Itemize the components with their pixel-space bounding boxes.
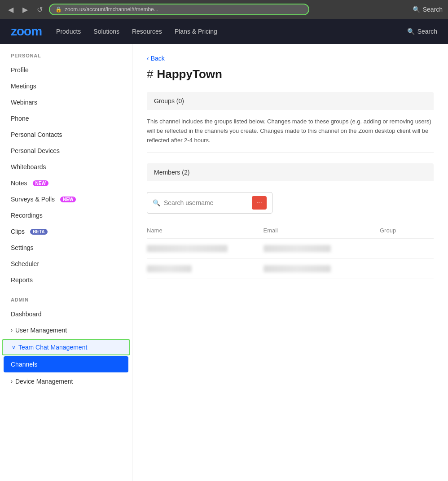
- sidebar-item-personal-contacts[interactable]: Personal Contacts: [0, 127, 132, 143]
- notes-new-badge: NEW: [33, 180, 48, 186]
- sidebar-item-notes[interactable]: Notes NEW: [0, 175, 132, 191]
- nav-products[interactable]: Products: [56, 28, 81, 35]
- nav-plans[interactable]: Plans & Pricing: [175, 28, 217, 35]
- sidebar-label-webinars: Webinars: [11, 99, 37, 106]
- col-group: Group: [380, 227, 434, 234]
- sidebar-item-scheduler[interactable]: Scheduler: [0, 256, 132, 272]
- add-member-button[interactable]: ···: [252, 196, 267, 210]
- members-section-header: Members (2): [147, 163, 434, 181]
- groups-section-header: Groups (0): [147, 92, 434, 110]
- clips-beta-badge: BETA: [30, 229, 47, 235]
- sidebar-item-dashboard[interactable]: Dashboard: [0, 306, 132, 322]
- browser-search[interactable]: 🔍 Search: [413, 6, 443, 13]
- member-name-blurred-1: [147, 245, 228, 252]
- search-bar: 🔍 ···: [147, 192, 272, 214]
- sidebar-item-channels[interactable]: Channels: [4, 356, 128, 372]
- nav-links: Products Solutions Resources Plans & Pri…: [56, 28, 217, 35]
- sidebar-item-whiteboards[interactable]: Whiteboards: [0, 159, 132, 175]
- sidebar-item-user-management[interactable]: › User Management: [0, 322, 132, 338]
- member-email-blurred-2: [264, 265, 331, 272]
- surveys-new-badge: NEW: [60, 197, 76, 202]
- app-layout: PERSONAL Profile Meetings Webinars Phone…: [0, 44, 448, 481]
- nav-resources[interactable]: Resources: [132, 28, 162, 35]
- nav-search-icon: 🔍: [407, 28, 415, 35]
- hash-symbol: #: [147, 67, 153, 81]
- sidebar-item-clips[interactable]: Clips BETA: [0, 223, 132, 240]
- chevron-right-icon: ›: [11, 327, 13, 333]
- sidebar-item-phone[interactable]: Phone: [0, 110, 132, 127]
- sidebar-label-notes: Notes: [11, 179, 27, 187]
- sidebar-label-settings: Settings: [11, 244, 34, 251]
- sidebar-label-phone: Phone: [11, 115, 29, 122]
- members-title: Members (2): [154, 169, 189, 176]
- table-header: Name Email Group: [147, 223, 434, 239]
- search-input[interactable]: [164, 199, 248, 206]
- sidebar-item-settings[interactable]: Settings: [0, 240, 132, 256]
- sidebar-label-whiteboards: Whiteboards: [11, 163, 46, 171]
- member-name-blurred-2: [147, 265, 192, 272]
- members-section: Members (2) 🔍 ··· Name Email Group: [147, 163, 434, 279]
- forward-button[interactable]: ▶: [20, 4, 31, 15]
- sidebar-item-recordings[interactable]: Recordings: [0, 207, 132, 223]
- sidebar-item-surveys[interactable]: Surveys & Polls NEW: [0, 191, 132, 207]
- sidebar-item-team-chat[interactable]: ∨ Team Chat Management: [2, 339, 130, 355]
- member-name-1: [147, 245, 264, 252]
- add-member-icon: ···: [256, 199, 262, 207]
- sidebar-label-meetings: Meetings: [11, 83, 36, 90]
- back-chevron-icon: ‹: [147, 55, 149, 62]
- zoom-logo: zoom: [11, 24, 42, 39]
- browser-chrome: ◀ ▶ ↺ 🔒 zoom.us/account/imchannel#/membe…: [0, 0, 448, 19]
- sidebar-item-personal-devices[interactable]: Personal Devices: [0, 143, 132, 159]
- col-name: Name: [147, 227, 264, 234]
- url-bar[interactable]: 🔒 zoom.us/account/imchannel#/membe...: [49, 4, 309, 15]
- sidebar-label-team-chat: Team Chat Management: [18, 344, 87, 351]
- groups-description-text: This channel includes the groups listed …: [147, 118, 431, 144]
- col-email: Email: [264, 227, 380, 234]
- sidebar-item-device-management[interactable]: › Device Management: [0, 373, 132, 389]
- sidebar-label-user-management: User Management: [15, 327, 67, 334]
- sidebar-label-reports: Reports: [11, 276, 33, 284]
- page-title: # HappyTown: [147, 67, 434, 81]
- admin-section-label: ADMIN: [0, 288, 132, 306]
- sidebar-label-personal-contacts: Personal Contacts: [11, 131, 62, 138]
- back-label: Back: [151, 55, 165, 62]
- channel-name: HappyTown: [157, 67, 222, 81]
- refresh-button[interactable]: ↺: [34, 4, 45, 15]
- nav-search-label: Search: [417, 28, 437, 35]
- browser-search-label: Search: [423, 6, 443, 13]
- sidebar-label-surveys: Surveys & Polls: [11, 196, 55, 203]
- sidebar-label-channels: Channels: [11, 361, 37, 368]
- back-link[interactable]: ‹ Back: [147, 55, 434, 62]
- sidebar-label-device-management: Device Management: [15, 378, 73, 385]
- nav-solutions[interactable]: Solutions: [93, 28, 119, 35]
- sidebar-item-reports[interactable]: Reports: [0, 272, 132, 288]
- sidebar-label-dashboard: Dashboard: [11, 310, 42, 318]
- sidebar-item-profile[interactable]: Profile: [0, 62, 132, 78]
- table-row: [147, 239, 434, 259]
- groups-title: Groups (0): [154, 97, 184, 105]
- member-email-1: [264, 245, 380, 252]
- member-name-2: [147, 265, 264, 272]
- chevron-down-icon: ∨: [12, 344, 16, 350]
- sidebar-label-scheduler: Scheduler: [11, 260, 39, 267]
- lock-icon: 🔒: [55, 6, 62, 13]
- groups-description: This channel includes the groups listed …: [147, 110, 434, 153]
- sidebar-item-webinars[interactable]: Webinars: [0, 94, 132, 110]
- chevron-right-icon-device: ›: [11, 378, 13, 385]
- personal-section-label: PERSONAL: [0, 44, 132, 62]
- table-row: [147, 259, 434, 279]
- search-icon: 🔍: [153, 199, 160, 206]
- sidebar: PERSONAL Profile Meetings Webinars Phone…: [0, 44, 132, 481]
- main-content: ‹ Back # HappyTown Groups (0) This chann…: [132, 44, 448, 481]
- member-email-blurred-1: [264, 245, 331, 252]
- search-icon: 🔍: [413, 6, 420, 13]
- nav-search[interactable]: 🔍 Search: [407, 28, 437, 35]
- url-text: zoom.us/account/imchannel#/membe...: [65, 6, 158, 13]
- sidebar-label-clips: Clips: [11, 228, 25, 235]
- sidebar-label-profile: Profile: [11, 66, 29, 74]
- sidebar-label-recordings: Recordings: [11, 212, 43, 219]
- sidebar-item-meetings[interactable]: Meetings: [0, 78, 132, 94]
- top-nav: zoom Products Solutions Resources Plans …: [0, 19, 448, 44]
- back-button[interactable]: ◀: [5, 4, 16, 15]
- member-email-2: [264, 265, 380, 272]
